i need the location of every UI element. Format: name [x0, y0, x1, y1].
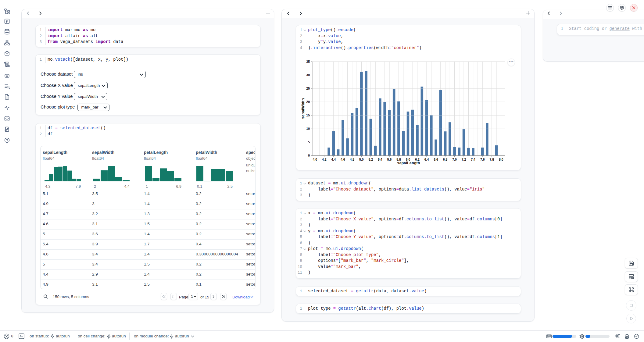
svg-text:10: 10: [306, 127, 310, 130]
svg-text:4.8: 4.8: [350, 158, 355, 161]
svg-text:4.2: 4.2: [322, 158, 327, 161]
svg-text:4.0: 4.0: [313, 158, 317, 161]
svg-text:5.4: 5.4: [378, 158, 382, 161]
svg-text:5: 5: [308, 140, 310, 144]
svg-text:35: 35: [306, 60, 310, 63]
svg-text:0: 0: [308, 154, 310, 157]
svg-text:7.2: 7.2: [462, 158, 466, 161]
svg-text:20: 20: [306, 100, 310, 104]
svg-text:4.4: 4.4: [331, 158, 336, 161]
svg-text:7.0: 7.0: [452, 158, 457, 161]
svg-text:7.6: 7.6: [480, 158, 485, 161]
svg-text:sepalWidth: sepalWidth: [301, 98, 305, 119]
svg-text:5.0: 5.0: [359, 158, 364, 161]
svg-text:8.0: 8.0: [499, 158, 503, 161]
svg-text:7.8: 7.8: [489, 158, 494, 161]
svg-text:6.8: 6.8: [443, 158, 448, 161]
svg-text:4.6: 4.6: [341, 158, 345, 161]
svg-text:5.6: 5.6: [387, 158, 392, 161]
svg-text:15: 15: [306, 113, 310, 117]
svg-text:sepalLength: sepalLength: [397, 161, 420, 165]
svg-text:6.4: 6.4: [424, 158, 429, 161]
svg-text:7.4: 7.4: [471, 158, 475, 161]
svg-text:6.6: 6.6: [434, 158, 438, 161]
svg-text:25: 25: [306, 87, 310, 90]
svg-text:30: 30: [306, 73, 310, 77]
svg-text:5.2: 5.2: [369, 158, 373, 161]
